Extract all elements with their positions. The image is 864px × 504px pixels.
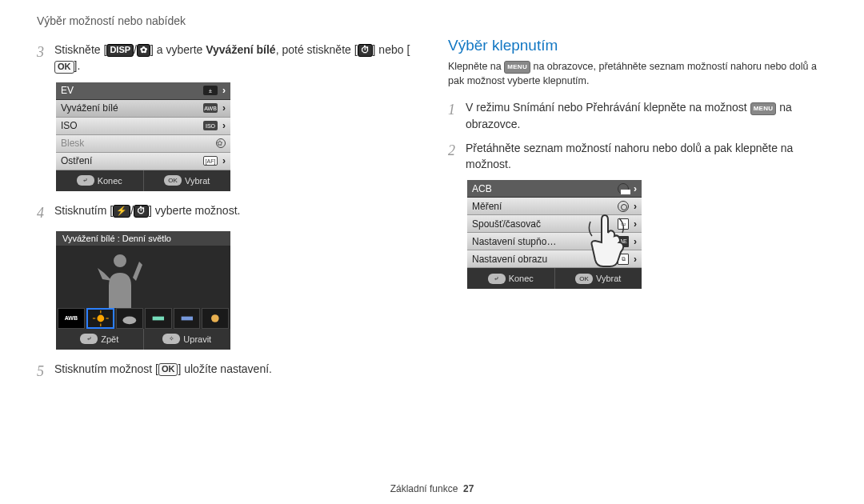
wb-option-daylight — [86, 308, 115, 329]
step-1: 1 V režimu Snímání nebo Přehrávání klepn… — [448, 99, 827, 132]
menu-button-icon: MENU — [750, 102, 777, 115]
chevron-right-icon: › — [222, 102, 226, 114]
step-3: 3 Stiskněte [DISP/✿] a vyberte Vyvážení … — [37, 42, 416, 74]
chevron-right-icon: › — [222, 85, 226, 96]
no-flash-icon — [216, 138, 226, 148]
self-timer-icon: ⏱ — [358, 44, 373, 57]
menu-label: ACB — [472, 183, 492, 194]
menu-button-icon: MENU — [504, 61, 530, 74]
step3-text-pre: Stiskněte [ — [54, 43, 106, 56]
footer-back: ⤶Konec — [56, 170, 144, 191]
awb-icon: AWB — [203, 103, 218, 113]
footer-edit: ✧Upravit — [144, 329, 231, 350]
wb-option-fluorescent-h — [145, 308, 172, 329]
acb-off-icon — [618, 183, 629, 194]
menu-label: Blesk — [61, 138, 84, 149]
back-icon: ⤶ — [488, 274, 506, 284]
chevron-right-icon: › — [634, 183, 637, 194]
disp-key: DISP — [106, 44, 134, 57]
ev-icon: ± — [203, 86, 218, 95]
option-name: Vyvážení bílé — [206, 43, 275, 56]
step-number: 5 — [37, 361, 48, 382]
camera-menu-screenshot: EV ±› Vyvážení bílé AWB› ISO ISO› Blesk … — [56, 82, 230, 191]
breadcrumb: Výběr možností nebo nabídek — [37, 14, 827, 27]
menu-label: EV — [61, 85, 74, 96]
back-icon: ⤶ — [77, 175, 94, 186]
wb-option-tungsten — [202, 308, 229, 329]
touch-menu-screenshot: ACB › Měření › Spoušť/časovač ▭› Nastave… — [467, 180, 642, 289]
step-number: 4 — [37, 202, 48, 223]
menu-label: Ostření — [61, 155, 92, 166]
ok-key: OK — [158, 363, 178, 376]
step-5: 5 Stisknutím možnost [OK] uložíte nastav… — [37, 361, 416, 382]
step-number: 2 — [448, 140, 459, 173]
menu-label: ISO — [61, 120, 78, 131]
menu-row-acb: ACB › — [467, 180, 642, 198]
chevron-right-icon: › — [222, 155, 226, 166]
back-icon: ⤶ — [80, 334, 98, 344]
metering-icon — [618, 201, 629, 212]
chevron-right-icon: › — [222, 120, 226, 131]
ok-icon: OK — [575, 274, 593, 284]
chevron-right-icon: › — [634, 201, 637, 212]
page-footer: Základní funkce 27 — [0, 483, 864, 494]
macro-flower-icon: ✿ — [137, 44, 150, 57]
ok-key: OK — [54, 61, 74, 74]
chevron-right-icon: › — [634, 236, 637, 247]
wb-option-cloudy — [116, 308, 143, 329]
footer-select: OKVybrat — [144, 170, 231, 191]
menu-label: Nastavení stupňo… — [472, 236, 556, 247]
svg-point-0 — [97, 314, 104, 322]
wb-option-fluorescent-l — [174, 308, 201, 329]
svg-rect-6 — [153, 316, 164, 320]
wb-preview-screenshot: Vyvážení bílé : Denní světlo AWB ⤶Zpět — [56, 231, 230, 350]
menu-row-iso: ISO ISO› — [56, 118, 230, 135]
menu-row-wb: Vyvážení bílé AWB› — [56, 100, 230, 118]
af-icon: [AF] — [203, 156, 218, 166]
section-heading: Výběr klepnutím — [448, 37, 827, 54]
touch-hand-icon — [586, 214, 634, 270]
section-description: Klepněte na MENU na obrazovce, přetáhnět… — [448, 59, 827, 88]
menu-row-flash: Blesk — [56, 135, 230, 153]
svg-point-5 — [123, 316, 137, 324]
menu-row-metering: Měření › — [467, 198, 642, 215]
flash-icon: ⚡ — [113, 205, 130, 218]
ok-icon: OK — [164, 175, 182, 186]
iso-auto-icon: ISO — [203, 121, 218, 130]
adjust-icon: ✧ — [162, 334, 180, 344]
step-number: 3 — [37, 42, 48, 74]
menu-label: Měření — [472, 201, 502, 212]
chevron-right-icon: › — [634, 218, 637, 230]
menu-row-ev: EV ±› — [56, 82, 230, 100]
footer-back: ⤶Konec — [467, 268, 555, 289]
menu-label: Vyvážení bílé — [61, 102, 118, 114]
menu-label: Spoušť/časovač — [472, 218, 541, 230]
person-silhouette — [96, 250, 144, 308]
step-2: 2 Přetáhněte seznam možností nahoru nebo… — [448, 140, 827, 173]
wb-option-awb: AWB — [58, 308, 85, 329]
step-4: 4 Stisknutím [⚡/⏱] vyberte možnost. — [37, 202, 416, 223]
chevron-right-icon: › — [634, 254, 637, 265]
svg-rect-7 — [181, 316, 192, 320]
self-timer-icon: ⏱ — [134, 205, 149, 218]
step-number: 1 — [448, 99, 459, 132]
menu-row-focus: Ostření [AF]› — [56, 153, 230, 170]
footer-back: ⤶Zpět — [56, 329, 144, 350]
wb-title: Vyvážení bílé : Denní světlo — [56, 231, 230, 246]
svg-point-8 — [211, 314, 219, 322]
menu-label: Nastavení obrazu — [472, 254, 547, 265]
footer-select: OKVybrat — [555, 268, 642, 289]
